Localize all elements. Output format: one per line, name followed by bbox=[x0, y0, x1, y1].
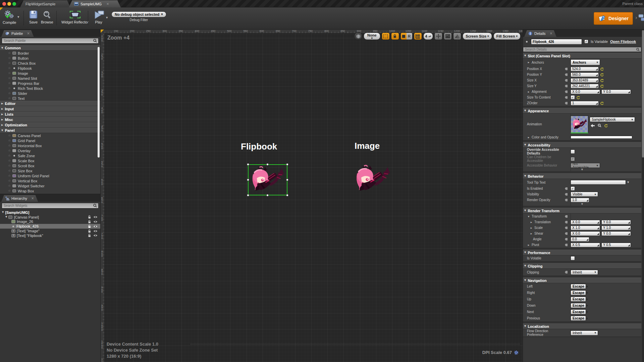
palette-category-input[interactable]: ▶Input bbox=[0, 106, 100, 112]
palette-item-checkbox[interactable]: ☆Check Box bbox=[0, 61, 100, 66]
favorite-star-icon[interactable]: ☆ bbox=[8, 52, 11, 55]
favorite-star-icon[interactable]: ☆ bbox=[8, 149, 11, 152]
flipbook-asset-thumbnail[interactable] bbox=[571, 116, 588, 133]
palette-item-grid-panel[interactable]: ☆Grid Panel bbox=[0, 138, 100, 143]
nav-left-dropdown[interactable]: Escape▼ bbox=[571, 284, 586, 289]
transform-mode-button[interactable] bbox=[434, 33, 442, 40]
scale-y-field[interactable]: Y 1.0 bbox=[601, 226, 631, 230]
expander-icon[interactable]: ▶ bbox=[527, 136, 530, 138]
palette-category-editor[interactable]: ▶Editor bbox=[0, 101, 100, 106]
section-clipping[interactable]: ▼Clipping bbox=[523, 263, 641, 269]
color-and-opacity-swatch[interactable] bbox=[571, 136, 632, 139]
favorite-star-icon[interactable]: ☆ bbox=[8, 159, 11, 162]
position-x-field[interactable]: 524.0 bbox=[571, 67, 599, 71]
palette-item-rich-text-block[interactable]: ☆Rich Text Block bbox=[0, 86, 100, 91]
close-tab-icon[interactable]: × bbox=[106, 2, 109, 6]
maximize-window-button[interactable] bbox=[12, 2, 16, 6]
palette-item-uniform-grid-panel[interactable]: ☆Uniform Grid Panel bbox=[0, 173, 100, 178]
palette-item-canvas-panel[interactable]: ☆Canvas Panel bbox=[0, 133, 100, 138]
alignment-y-field[interactable]: Y 0.0 bbox=[601, 89, 631, 94]
favorite-star-icon[interactable]: ☆ bbox=[8, 134, 11, 137]
lock-open-icon[interactable] bbox=[88, 220, 91, 224]
selection-outline[interactable] bbox=[248, 164, 287, 195]
property-bind-icon[interactable] bbox=[564, 271, 569, 274]
details-search-input[interactable] bbox=[523, 47, 636, 52]
chevron-expanded-icon[interactable]: ▼ bbox=[2, 211, 4, 214]
property-bind-icon[interactable] bbox=[564, 227, 569, 229]
lock-open-icon[interactable] bbox=[88, 229, 91, 233]
details-scrollbar[interactable] bbox=[642, 29, 644, 362]
accessible-behavior-dropdown[interactable]: Not Accessible▼ bbox=[571, 163, 600, 168]
favorite-star-icon[interactable]: ☆ bbox=[8, 67, 11, 70]
property-bind-icon[interactable] bbox=[564, 215, 569, 218]
favorite-star-icon[interactable]: ☆ bbox=[8, 62, 11, 65]
pivot-x-field[interactable]: X 0.5 bbox=[571, 243, 600, 247]
lock-open-icon[interactable] bbox=[88, 225, 91, 228]
lock-open-icon[interactable] bbox=[88, 234, 91, 237]
widget-name-field[interactable] bbox=[531, 39, 582, 45]
expander-icon[interactable]: ▶ bbox=[530, 221, 533, 223]
visibility-eye-icon[interactable] bbox=[93, 230, 98, 233]
property-bind-icon[interactable] bbox=[564, 79, 569, 82]
property-bind-icon[interactable] bbox=[564, 90, 569, 93]
property-bind-icon[interactable] bbox=[564, 244, 569, 246]
expander-icon[interactable]: ▼ bbox=[527, 216, 530, 218]
tab-palette[interactable]: Palette × bbox=[1, 30, 34, 37]
property-bind-icon[interactable] bbox=[564, 221, 569, 224]
fill-screen-dropdown[interactable]: Fill Screen ▼ bbox=[493, 33, 521, 40]
palette-item-text[interactable]: ☆Text bbox=[0, 96, 100, 101]
favorite-star-icon[interactable]: ☆ bbox=[8, 139, 11, 142]
resize-handle-w[interactable] bbox=[247, 179, 249, 181]
dpi-settings-gear-icon[interactable] bbox=[514, 350, 519, 355]
expander-icon[interactable]: ▶ bbox=[530, 233, 533, 235]
palette-item-button[interactable]: ☆Button bbox=[0, 56, 100, 61]
tree-row-text-flipbook[interactable]: T [Text] "Flipbook" bbox=[0, 233, 100, 238]
is-enabled-checkbox[interactable]: ✓ bbox=[571, 186, 575, 191]
open-flipbook-link[interactable]: Open Flipbook bbox=[610, 40, 636, 44]
favorite-star-icon[interactable]: ☆ bbox=[8, 144, 11, 147]
grid-snap-size-spinner[interactable]: 4 ▲▼ bbox=[423, 33, 433, 40]
debug-object-dropdown[interactable]: No debug object selected ▼ bbox=[111, 11, 166, 17]
translation-y-field[interactable]: Y 0.0 bbox=[601, 220, 631, 225]
resize-handle-sw[interactable] bbox=[247, 194, 249, 196]
shear-y-field[interactable]: Y 0.0 bbox=[601, 231, 631, 236]
palette-category-optimization[interactable]: ▶Optimization bbox=[0, 122, 100, 128]
property-bind-icon[interactable] bbox=[564, 187, 569, 190]
palette-item-flipbook[interactable]: ☆Flipbook bbox=[0, 66, 100, 71]
widget-reflector-button[interactable]: Widget Reflector bbox=[61, 10, 89, 24]
visibility-eye-icon[interactable] bbox=[93, 234, 98, 237]
zorder-field[interactable]: 1 bbox=[571, 101, 599, 106]
palette-category-misc[interactable]: ▶Misc bbox=[0, 117, 100, 122]
reset-to-default-icon[interactable] bbox=[577, 96, 580, 99]
section-performance[interactable]: ▼Performance bbox=[523, 250, 641, 255]
compile-options-caret[interactable]: ▼ bbox=[17, 16, 19, 18]
size-x-field[interactable]: 353.82489 bbox=[571, 78, 599, 83]
preview-culture-dropdown[interactable]: None ▼ bbox=[364, 33, 380, 40]
preview-background-button[interactable] bbox=[444, 33, 452, 40]
palette-item-wrap-box[interactable]: ☆Wrap Box bbox=[0, 188, 100, 193]
is-variable-checkbox[interactable]: ✓ bbox=[584, 40, 588, 44]
visibility-dropdown[interactable]: Visible▼ bbox=[571, 192, 598, 197]
tree-row-canvas-panel[interactable]: ▼ [Canvas Panel] bbox=[0, 215, 100, 220]
palette-item-named-slot[interactable]: ☆Named Slot bbox=[0, 76, 100, 81]
resize-handle-n[interactable] bbox=[266, 163, 269, 166]
animation-asset-dropdown[interactable]: SampleFlipbook▼ bbox=[590, 117, 635, 122]
is-volatile-checkbox[interactable] bbox=[571, 256, 575, 260]
clipping-dropdown[interactable]: Inherit▼ bbox=[571, 270, 598, 275]
favorite-star-icon[interactable]: ☆ bbox=[8, 97, 11, 100]
toggle-outlines-button[interactable] bbox=[382, 33, 390, 40]
nav-next-dropdown[interactable]: Escape▼ bbox=[571, 309, 586, 314]
hierarchy-search-input[interactable] bbox=[2, 203, 93, 208]
toggle-grid-snapping-button[interactable] bbox=[414, 33, 422, 40]
flip-preview-button[interactable] bbox=[453, 33, 461, 40]
localization-preview-globe-button[interactable] bbox=[354, 33, 362, 40]
property-bind-icon[interactable] bbox=[564, 199, 569, 201]
text-widget-flipbook-label[interactable]: Flipbook bbox=[241, 141, 277, 152]
favorite-star-icon[interactable]: ☆ bbox=[8, 82, 11, 85]
graph-mode-icon[interactable] bbox=[638, 13, 644, 22]
reset-to-default-icon[interactable] bbox=[600, 102, 604, 105]
designer-canvas[interactable]: 1502002503003504004505005506006507007508… bbox=[101, 29, 523, 362]
compile-button[interactable]: Compile bbox=[3, 10, 16, 24]
save-button[interactable]: Save bbox=[29, 10, 38, 24]
nav-previous-dropdown[interactable]: Escape▼ bbox=[571, 316, 586, 321]
